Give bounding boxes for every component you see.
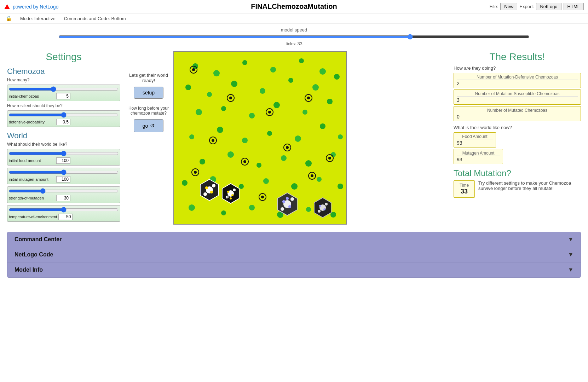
setup-button[interactable]: setup [134,87,163,99]
svg-point-87 [212,139,214,142]
defensive-prob-row: defensive-probability 0.5 [9,119,119,125]
svg-point-20 [189,134,194,139]
temperature-value: 50 [58,214,73,220]
svg-point-27 [200,159,205,164]
initial-mutagen-name: initial-mutagen-amount [9,177,55,181]
new-button[interactable]: New [500,3,517,10]
world-subtitle: What should their world be like? [7,142,120,147]
speed-label: model speed [0,27,588,33]
svg-point-95 [194,171,197,174]
svg-point-81 [229,97,232,99]
world-title: World [7,131,120,140]
strength-slider[interactable] [9,188,119,194]
refresh-icon: ↺ [150,122,155,129]
initial-mutagen-slider-container: initial-mutagen-amount 100 [7,168,120,184]
mutagen-amount-value: 93 [457,157,500,162]
initial-mutagen-slider[interactable] [9,169,119,175]
temperature-row: temperature-of-environment 50 [9,214,119,220]
netlogo-code-title: NetLogo Code [15,251,53,258]
svg-point-13 [334,74,340,80]
center-sim-wrapper: Lets get their world ready! setup How lo… [124,51,450,225]
command-center-title: Command Center [15,236,62,243]
export-netlogo-button[interactable]: NetLogo [536,3,561,10]
header: powered by NetLogo FINALChemozoaMutation… [0,0,588,13]
initial-chemozoas-slider[interactable] [9,86,119,92]
model-info-section[interactable]: Model Info ▼ [7,262,581,277]
initial-food-slider[interactable] [9,151,119,156]
initial-food-name: initial-food-amount [9,158,55,163]
svg-point-15 [221,106,226,111]
export-html-button[interactable]: HTML [564,3,584,10]
mutated-header: Number of Mutated Chemozoas [457,108,578,113]
temperature-slider[interactable] [9,207,119,213]
svg-point-55 [203,192,207,196]
svg-point-39 [338,184,343,189]
lock-icon: 🔒 [6,16,12,21]
center-controls: Lets get their world ready! setup How lo… [124,51,173,132]
results-panel: The Results! How are they doing? Number … [454,51,581,225]
chemozoa-section: Chemozoa How many? initial-chemozoas 5 H… [7,67,120,127]
svg-point-57 [205,186,208,189]
lets-ready-label: Lets get their world ready! [124,73,173,83]
strength-name: strength-of-mutagen [9,196,55,200]
svg-point-79 [192,68,195,71]
mutation-defensive-value: 2 [457,81,578,86]
defensive-prob-slider-container: defensive-probability 0.5 [7,110,120,127]
mode-bar: 🔒 Mode: Interactive Commands and Code: B… [0,13,588,24]
command-center-section[interactable]: Command Center ▼ [7,232,581,247]
go-label: go [143,123,148,129]
svg-point-77 [319,205,321,207]
mode-label: Mode: Interactive [20,16,56,21]
total-mutation-title: Total Mutation? [454,168,581,178]
svg-point-32 [331,152,336,157]
mutation-defensive-box: Number of Mutation-Defensive Chemozoas 2 [454,73,581,88]
netlogo-code-chevron-icon: ▼ [568,251,573,258]
speed-slider[interactable] [59,34,529,40]
svg-point-37 [291,183,298,190]
svg-point-41 [221,210,226,215]
netlogo-triangle-icon [4,4,10,9]
svg-point-62 [231,194,234,196]
svg-point-85 [307,97,310,99]
svg-point-40 [189,204,195,211]
try-text: Try different settings to make your Chem… [478,180,581,191]
svg-point-42 [249,205,255,210]
svg-point-83 [268,111,271,114]
svg-point-60 [233,189,236,191]
svg-point-14 [196,109,202,115]
strength-row: strength-of-mutagen 30 [9,195,119,201]
svg-point-5 [299,58,304,63]
mutation-susceptible-header: Number of Mutation-Susceptible Chemozoas [457,91,578,97]
bottom-panels: Command Center ▼ NetLogo Code ▼ Model In… [7,232,581,278]
commands-label: Commands and Code: Bottom [64,16,126,21]
settings-panel: Settings Chemozoa How many? initial-chem… [7,51,120,225]
defensive-prob-name: defensive-probability [9,120,55,124]
results-title: The Results! [454,51,581,63]
svg-point-91 [286,146,289,149]
netlogo-code-section[interactable]: NetLogo Code ▼ [7,247,581,262]
initial-chemozoas-row: initial-chemozoas 5 [9,93,119,99]
world-section: World What should their world be like? i… [7,131,120,222]
speed-section: model speed ticks: 33 [0,24,588,48]
mutagen-amount-box: Mutagen Amount 93 [454,149,503,164]
food-amount-value: 93 [457,140,493,146]
mutated-box: Number of Mutated Chemozoas 0 [454,106,581,121]
netlogo-link[interactable]: powered by NetLogo [4,4,58,10]
svg-point-10 [260,88,265,94]
temperature-slider-container: temperature-of-environment 50 [7,205,120,222]
svg-point-89 [243,160,246,163]
command-center-chevron-icon: ▼ [568,236,573,243]
go-button[interactable]: go ↺ [134,119,164,132]
initial-mutagen-row: initial-mutagen-amount 100 [9,176,119,183]
initial-chemozoas-name: initial-chemozoas [9,94,55,98]
svg-point-63 [227,191,229,193]
svg-point-56 [210,191,213,193]
chemozoa-title: Chemozoa [7,67,120,76]
svg-point-19 [327,99,333,104]
time-label: Time [457,183,471,188]
defensive-prob-slider[interactable] [9,112,119,118]
svg-point-24 [295,135,301,142]
file-export-section: File: New Export: NetLogo HTML [490,3,584,10]
svg-point-6 [319,68,326,75]
svg-point-36 [263,178,269,184]
